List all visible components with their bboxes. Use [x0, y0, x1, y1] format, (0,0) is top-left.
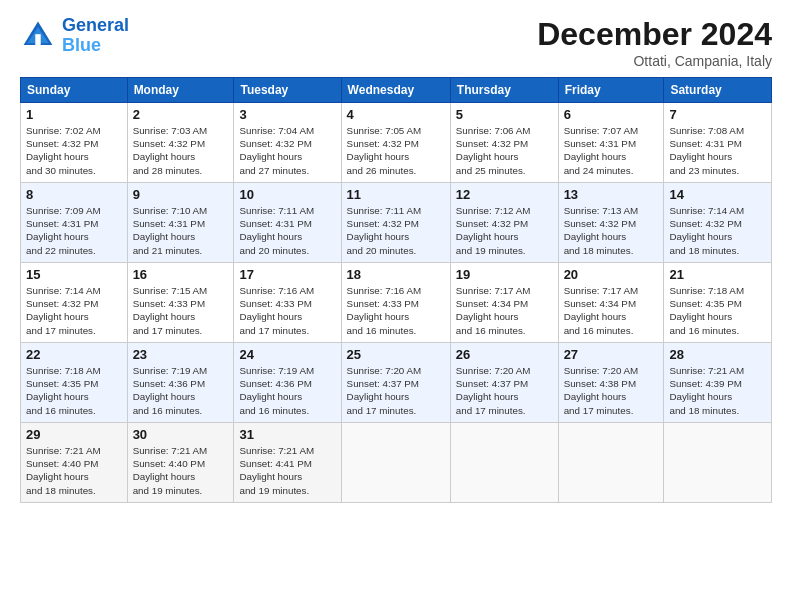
table-row	[558, 423, 664, 503]
day-info: Sunrise: 7:08 AMSunset: 4:31 PMDaylight …	[669, 125, 744, 176]
table-row: 3 Sunrise: 7:04 AMSunset: 4:32 PMDayligh…	[234, 103, 341, 183]
day-info: Sunrise: 7:21 AMSunset: 4:39 PMDaylight …	[669, 365, 744, 416]
table-row	[664, 423, 772, 503]
col-thursday: Thursday	[450, 78, 558, 103]
day-number: 22	[26, 347, 122, 362]
table-row: 6 Sunrise: 7:07 AMSunset: 4:31 PMDayligh…	[558, 103, 664, 183]
table-row: 24 Sunrise: 7:19 AMSunset: 4:36 PMDaylig…	[234, 343, 341, 423]
day-number: 12	[456, 187, 553, 202]
logo-line2: Blue	[62, 35, 101, 55]
table-row: 30 Sunrise: 7:21 AMSunset: 4:40 PMDaylig…	[127, 423, 234, 503]
day-number: 3	[239, 107, 335, 122]
calendar-table: Sunday Monday Tuesday Wednesday Thursday…	[20, 77, 772, 503]
day-number: 8	[26, 187, 122, 202]
day-number: 17	[239, 267, 335, 282]
day-number: 6	[564, 107, 659, 122]
month-title: December 2024	[537, 16, 772, 53]
day-number: 5	[456, 107, 553, 122]
day-info: Sunrise: 7:21 AMSunset: 4:41 PMDaylight …	[239, 445, 314, 496]
table-row: 11 Sunrise: 7:11 AMSunset: 4:32 PMDaylig…	[341, 183, 450, 263]
table-row: 2 Sunrise: 7:03 AMSunset: 4:32 PMDayligh…	[127, 103, 234, 183]
day-number: 24	[239, 347, 335, 362]
day-info: Sunrise: 7:14 AMSunset: 4:32 PMDaylight …	[669, 205, 744, 256]
day-number: 20	[564, 267, 659, 282]
day-info: Sunrise: 7:03 AMSunset: 4:32 PMDaylight …	[133, 125, 208, 176]
day-number: 14	[669, 187, 766, 202]
table-row: 19 Sunrise: 7:17 AMSunset: 4:34 PMDaylig…	[450, 263, 558, 343]
day-info: Sunrise: 7:19 AMSunset: 4:36 PMDaylight …	[133, 365, 208, 416]
day-info: Sunrise: 7:07 AMSunset: 4:31 PMDaylight …	[564, 125, 639, 176]
header: General Blue December 2024 Ottati, Campa…	[20, 16, 772, 69]
table-row: 10 Sunrise: 7:11 AMSunset: 4:31 PMDaylig…	[234, 183, 341, 263]
day-info: Sunrise: 7:21 AMSunset: 4:40 PMDaylight …	[133, 445, 208, 496]
logo-icon	[20, 18, 56, 54]
table-row: 14 Sunrise: 7:14 AMSunset: 4:32 PMDaylig…	[664, 183, 772, 263]
day-number: 13	[564, 187, 659, 202]
table-row: 20 Sunrise: 7:17 AMSunset: 4:34 PMDaylig…	[558, 263, 664, 343]
day-number: 9	[133, 187, 229, 202]
table-row: 4 Sunrise: 7:05 AMSunset: 4:32 PMDayligh…	[341, 103, 450, 183]
table-row: 5 Sunrise: 7:06 AMSunset: 4:32 PMDayligh…	[450, 103, 558, 183]
table-row: 28 Sunrise: 7:21 AMSunset: 4:39 PMDaylig…	[664, 343, 772, 423]
day-info: Sunrise: 7:12 AMSunset: 4:32 PMDaylight …	[456, 205, 531, 256]
day-info: Sunrise: 7:11 AMSunset: 4:32 PMDaylight …	[347, 205, 422, 256]
table-row: 25 Sunrise: 7:20 AMSunset: 4:37 PMDaylig…	[341, 343, 450, 423]
title-block: December 2024 Ottati, Campania, Italy	[537, 16, 772, 69]
svg-rect-2	[35, 34, 40, 45]
day-number: 29	[26, 427, 122, 442]
logo-line1: General	[62, 15, 129, 35]
day-info: Sunrise: 7:17 AMSunset: 4:34 PMDaylight …	[564, 285, 639, 336]
day-info: Sunrise: 7:02 AMSunset: 4:32 PMDaylight …	[26, 125, 101, 176]
day-info: Sunrise: 7:20 AMSunset: 4:37 PMDaylight …	[347, 365, 422, 416]
col-sunday: Sunday	[21, 78, 128, 103]
day-number: 27	[564, 347, 659, 362]
day-number: 16	[133, 267, 229, 282]
day-number: 30	[133, 427, 229, 442]
calendar-week-row: 15 Sunrise: 7:14 AMSunset: 4:32 PMDaylig…	[21, 263, 772, 343]
day-number: 26	[456, 347, 553, 362]
table-row: 13 Sunrise: 7:13 AMSunset: 4:32 PMDaylig…	[558, 183, 664, 263]
day-number: 18	[347, 267, 445, 282]
table-row: 7 Sunrise: 7:08 AMSunset: 4:31 PMDayligh…	[664, 103, 772, 183]
day-info: Sunrise: 7:20 AMSunset: 4:37 PMDaylight …	[456, 365, 531, 416]
day-number: 25	[347, 347, 445, 362]
logo: General Blue	[20, 16, 129, 56]
day-number: 31	[239, 427, 335, 442]
subtitle: Ottati, Campania, Italy	[537, 53, 772, 69]
day-info: Sunrise: 7:17 AMSunset: 4:34 PMDaylight …	[456, 285, 531, 336]
day-info: Sunrise: 7:20 AMSunset: 4:38 PMDaylight …	[564, 365, 639, 416]
day-info: Sunrise: 7:18 AMSunset: 4:35 PMDaylight …	[26, 365, 101, 416]
table-row: 16 Sunrise: 7:15 AMSunset: 4:33 PMDaylig…	[127, 263, 234, 343]
day-info: Sunrise: 7:11 AMSunset: 4:31 PMDaylight …	[239, 205, 314, 256]
day-info: Sunrise: 7:13 AMSunset: 4:32 PMDaylight …	[564, 205, 639, 256]
day-number: 15	[26, 267, 122, 282]
table-row: 27 Sunrise: 7:20 AMSunset: 4:38 PMDaylig…	[558, 343, 664, 423]
table-row: 17 Sunrise: 7:16 AMSunset: 4:33 PMDaylig…	[234, 263, 341, 343]
table-row: 26 Sunrise: 7:20 AMSunset: 4:37 PMDaylig…	[450, 343, 558, 423]
logo-text: General Blue	[62, 16, 129, 56]
day-info: Sunrise: 7:19 AMSunset: 4:36 PMDaylight …	[239, 365, 314, 416]
day-info: Sunrise: 7:14 AMSunset: 4:32 PMDaylight …	[26, 285, 101, 336]
table-row: 8 Sunrise: 7:09 AMSunset: 4:31 PMDayligh…	[21, 183, 128, 263]
table-row: 29 Sunrise: 7:21 AMSunset: 4:40 PMDaylig…	[21, 423, 128, 503]
page: General Blue December 2024 Ottati, Campa…	[0, 0, 792, 612]
table-row: 22 Sunrise: 7:18 AMSunset: 4:35 PMDaylig…	[21, 343, 128, 423]
table-row: 9 Sunrise: 7:10 AMSunset: 4:31 PMDayligh…	[127, 183, 234, 263]
day-info: Sunrise: 7:10 AMSunset: 4:31 PMDaylight …	[133, 205, 208, 256]
col-friday: Friday	[558, 78, 664, 103]
table-row: 21 Sunrise: 7:18 AMSunset: 4:35 PMDaylig…	[664, 263, 772, 343]
day-number: 28	[669, 347, 766, 362]
table-row: 1 Sunrise: 7:02 AMSunset: 4:32 PMDayligh…	[21, 103, 128, 183]
table-row: 23 Sunrise: 7:19 AMSunset: 4:36 PMDaylig…	[127, 343, 234, 423]
col-tuesday: Tuesday	[234, 78, 341, 103]
day-info: Sunrise: 7:15 AMSunset: 4:33 PMDaylight …	[133, 285, 208, 336]
calendar-week-row: 22 Sunrise: 7:18 AMSunset: 4:35 PMDaylig…	[21, 343, 772, 423]
day-info: Sunrise: 7:04 AMSunset: 4:32 PMDaylight …	[239, 125, 314, 176]
calendar-week-row: 1 Sunrise: 7:02 AMSunset: 4:32 PMDayligh…	[21, 103, 772, 183]
col-monday: Monday	[127, 78, 234, 103]
day-number: 11	[347, 187, 445, 202]
table-row	[450, 423, 558, 503]
day-info: Sunrise: 7:05 AMSunset: 4:32 PMDaylight …	[347, 125, 422, 176]
day-info: Sunrise: 7:06 AMSunset: 4:32 PMDaylight …	[456, 125, 531, 176]
table-row: 12 Sunrise: 7:12 AMSunset: 4:32 PMDaylig…	[450, 183, 558, 263]
